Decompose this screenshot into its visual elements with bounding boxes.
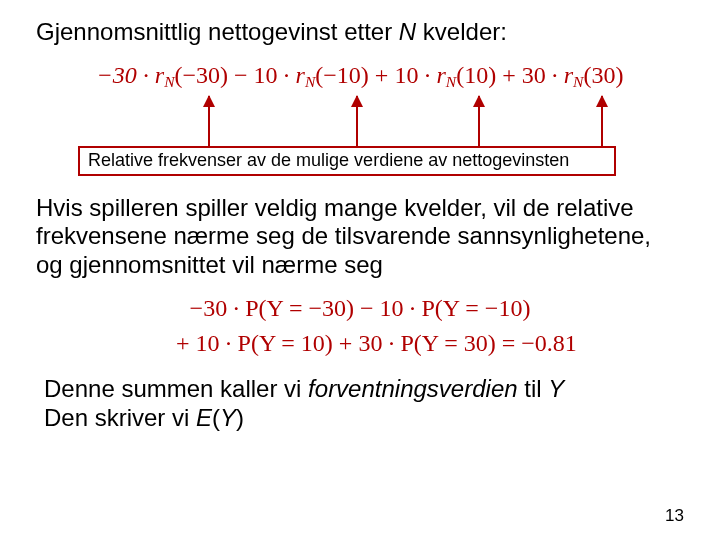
arrow-icon [601, 96, 603, 146]
title-var: N [399, 18, 416, 45]
caption-text: Relative frekvenser av de mulige verdien… [88, 150, 569, 170]
formula-2a: −30 · P(Y = −30) − 10 · P(Y = −10) [36, 293, 684, 324]
slide-title: Gjennomsnittlig nettogevinst etter N kve… [36, 18, 684, 46]
arrows-row [36, 94, 684, 146]
paragraph-2: Hvis spilleren spiller veldig mange kvel… [36, 194, 684, 279]
arrow-icon [478, 96, 480, 146]
arrow-icon [356, 96, 358, 146]
formula-2b: + 10 · P(Y = 10) + 30 · P(Y = 30) = −0.8… [176, 328, 684, 359]
caption-box: Relative frekvenser av de mulige verdien… [78, 146, 616, 176]
page-number: 13 [665, 506, 684, 526]
paragraph-3: Denne summen kaller vi forventningsverdi… [44, 375, 684, 433]
arrow-icon [208, 96, 210, 146]
title-post: kvelder: [416, 18, 507, 45]
title-pre: Gjennomsnittlig nettogevinst etter [36, 18, 399, 45]
formula-1: −30 · rN(−30) − 10 · rN(−10) + 10 · rN(1… [36, 60, 684, 92]
